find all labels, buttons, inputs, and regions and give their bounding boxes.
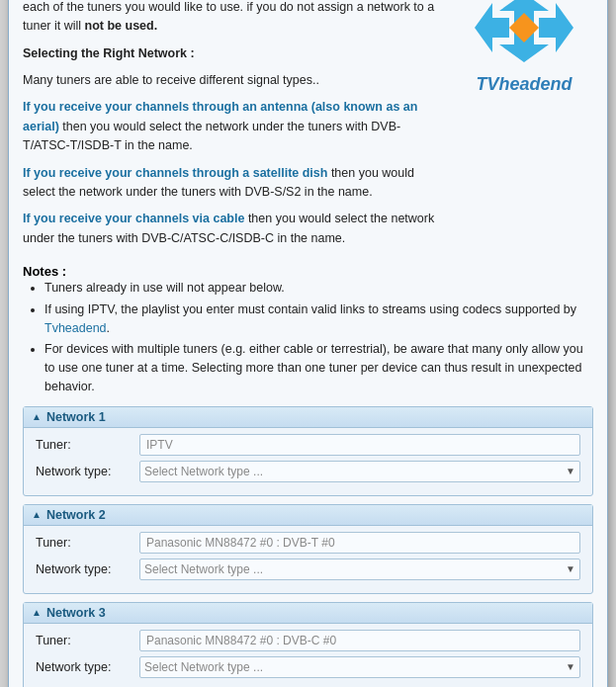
network-1-label: Network 1	[46, 410, 106, 424]
network-type-label-3: Network type:	[36, 660, 139, 674]
tuner-input-2[interactable]	[139, 532, 580, 554]
notes-section: Notes : Tuners already in use will not a…	[23, 264, 593, 396]
network-settings-dialog: Network settings Now let's get your tune…	[8, 0, 608, 687]
collapse-arrow-1[interactable]: ▲	[32, 411, 42, 422]
svg-marker-13	[509, 13, 539, 43]
notes-list: Tuners already in use will not appear be…	[23, 279, 593, 396]
network-2-type-row: Network type: Select Network type ... ▼	[36, 558, 580, 580]
network-panel-1-body: Tuner: Network type: Select Network type…	[24, 428, 592, 495]
network-3-type-row: Network type: Select Network type ... ▼	[36, 656, 580, 678]
network-type-label-2: Network type:	[36, 562, 139, 576]
select-arrow-3: ▼	[566, 661, 575, 672]
network-type-select-2[interactable]: Select Network type ... ▼	[139, 558, 580, 580]
network-1-type-row: Network type: Select Network type ... ▼	[36, 461, 580, 482]
note-item-1: Tuners already in use will not appear be…	[44, 279, 593, 298]
network-1-tuner-row: Tuner:	[36, 434, 580, 456]
network-panel-1-header[interactable]: ▲ Network 1	[24, 407, 592, 428]
dialog-body: Now let's get your tuners configured. Go…	[9, 0, 607, 687]
note-item-2: If using IPTV, the playlist you enter mu…	[44, 301, 593, 338]
collapse-arrow-3[interactable]: ▲	[32, 607, 42, 618]
tuner-input-1[interactable]	[139, 434, 580, 456]
network-2-tuner-row: Tuner:	[36, 532, 580, 554]
logo-area: TVheadend	[455, 0, 593, 256]
intro-text-area: Now let's get your tuners configured. Go…	[23, 0, 445, 256]
network-panels: ▲ Network 1 Tuner: Network type: Select …	[23, 406, 593, 688]
intro-paragraph1: Now let's get your tuners configured. Go…	[23, 0, 445, 37]
tuner-label-1: Tuner:	[36, 438, 139, 452]
notes-title: Notes :	[23, 264, 66, 279]
network-panel-3-body: Tuner: Network type: Select Network type…	[24, 624, 592, 688]
tuner-input-3[interactable]	[139, 630, 580, 651]
note-item-3: For devices with multiple tuners (e.g. e…	[44, 340, 593, 395]
network-panel-2: ▲ Network 2 Tuner: Network type: Select …	[23, 504, 593, 594]
tvheadend-logo	[465, 0, 583, 72]
network-3-tuner-row: Tuner:	[36, 630, 580, 651]
network-panel-2-header[interactable]: ▲ Network 2	[24, 505, 592, 526]
select-arrow-1: ▼	[566, 466, 575, 476]
tuner-label-3: Tuner:	[36, 634, 139, 647]
network-type-select-3[interactable]: Select Network type ... ▼	[139, 656, 580, 678]
network-type-select-1[interactable]: Select Network type ... ▼	[139, 461, 580, 482]
collapse-arrow-2[interactable]: ▲	[32, 509, 42, 520]
satellite-para: If you receive your channels through a s…	[23, 164, 445, 203]
tuner-label-2: Tuner:	[36, 536, 139, 550]
network-2-label: Network 2	[46, 508, 106, 522]
tvheadend-brand-text: TVheadend	[476, 74, 572, 95]
select-arrow-2: ▼	[566, 563, 575, 574]
section-body: Many tuners are able to receive differen…	[23, 71, 445, 90]
network-panel-2-body: Tuner: Network type: Select Network type…	[24, 526, 592, 593]
antenna-para: If you receive your channels through an …	[23, 98, 445, 155]
network-panel-1: ▲ Network 1 Tuner: Network type: Select …	[23, 406, 593, 496]
section-title: Selecting the Right Network :	[23, 44, 445, 63]
cable-para: If you receive your channels via cable t…	[23, 210, 445, 248]
network-panel-3: ▲ Network 3 Tuner: Network type: Select …	[23, 602, 593, 688]
network-type-label-1: Network type:	[36, 465, 139, 478]
network-panel-3-header[interactable]: ▲ Network 3	[24, 603, 592, 624]
top-section: Now let's get your tuners configured. Go…	[23, 0, 593, 256]
network-3-label: Network 3	[46, 606, 106, 620]
